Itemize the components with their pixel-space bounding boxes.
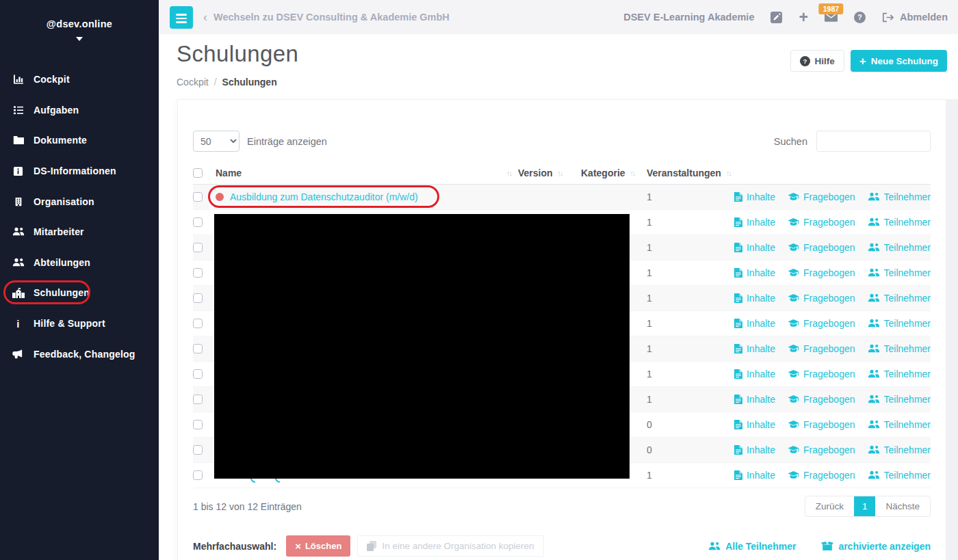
scrollbar-track[interactable] [946,99,958,560]
plus-icon[interactable]: + [799,10,807,25]
fragebogen-link[interactable]: Fragebogen [788,267,855,278]
inhalte-link[interactable]: Inhalte [734,191,775,202]
column-kategorie[interactable]: Kategorie ↑↓ [581,168,647,178]
sort-icon[interactable]: ↑↓ [630,169,636,177]
mail-icon[interactable]: 1987 [825,12,838,22]
training-name-link[interactable]: Ausbildung zum Datenschutzauditor (m/w/d… [230,191,418,202]
page-length-select[interactable]: 50 [193,131,240,152]
fragebogen-link[interactable]: Fragebogen [788,318,855,329]
question-icon[interactable]: ? [854,12,866,23]
inhalte-link[interactable]: Inhalte [734,470,775,481]
users-icon [868,420,880,429]
sidebar-item-feedback-changelog[interactable]: Feedback, Changelog [0,338,159,369]
sidebar-item-organisation[interactable]: Organisation [0,186,159,217]
teilnehmer-link[interactable]: Teilnehmer [868,419,931,430]
teilnehmer-link[interactable]: Teilnehmer [868,470,931,481]
fragebogen-link[interactable]: Fragebogen [788,343,855,354]
show-archived-link[interactable]: archivierte anzeigen [821,541,931,552]
teilnehmer-link[interactable]: Teilnehmer [868,343,931,354]
inhalte-link[interactable]: Inhalte [734,419,775,430]
sidebar-item-ds-informationen[interactable]: DS-Informationen [0,156,159,187]
sort-icon[interactable]: ↑↓ [506,169,513,177]
teilnehmer-link[interactable]: Teilnehmer [868,293,931,304]
teilnehmer-link[interactable]: Teilnehmer [868,217,931,228]
sort-icon[interactable]: ↑↓ [726,169,732,177]
fragebogen-link[interactable]: Fragebogen [788,394,855,405]
inhalte-link[interactable]: Inhalte [734,444,775,455]
teilnehmer-link[interactable]: Teilnehmer [868,369,931,379]
users-icon [868,395,880,404]
edit-square-icon[interactable] [771,12,782,23]
column-name[interactable]: Name ↑↓ [216,168,518,178]
row-checkbox[interactable] [193,445,203,455]
inhalte-link[interactable]: Inhalte [734,394,775,405]
info-icon: i [12,318,25,330]
list-check-icon [12,105,25,116]
inhalte-link[interactable]: Inhalte [734,267,775,278]
sidebar-item-hilfe-support[interactable]: iHilfe & Support [0,308,159,339]
row-checkbox[interactable] [193,369,203,379]
column-veranstaltungen[interactable]: Veranstaltungen ↑↓ [647,168,736,178]
teilnehmer-link[interactable]: Teilnehmer [868,394,931,405]
inhalte-link[interactable]: Inhalte [734,343,775,354]
teilnehmer-link[interactable]: Teilnehmer [868,318,931,329]
inhalte-link[interactable]: Inhalte [734,318,775,329]
row-checkbox[interactable] [193,420,203,429]
fragebogen-link[interactable]: Fragebogen [788,293,855,304]
row-checkbox[interactable] [193,268,203,278]
teilnehmer-link[interactable]: Teilnehmer [868,191,931,202]
sidebar-item-abteilungen[interactable]: Abteilungen [0,248,159,278]
fragebogen-link[interactable]: Fragebogen [788,444,855,455]
teilnehmer-link[interactable]: Teilnehmer [868,267,931,278]
fragebogen-link[interactable]: Fragebogen [788,470,855,481]
topbar: ‹ Wechseln zu DSEV Consulting & Akademie… [159,0,958,34]
inhalte-link[interactable]: Inhalte [734,369,775,379]
row-checkbox[interactable] [193,395,203,404]
pagination-prev[interactable]: Zurück [805,496,854,516]
delete-button[interactable]: × Löschen [286,535,350,557]
fragebogen-link[interactable]: Fragebogen [788,369,855,379]
row-checkbox[interactable] [193,217,203,227]
help-button[interactable]: ? Hilfe [790,50,844,72]
sidebar-item-schulungen[interactable]: Schulungen [0,278,159,308]
sidebar-item-label: Abteilungen [34,257,90,268]
inhalte-link[interactable]: Inhalte [734,217,775,228]
file-icon [734,243,742,252]
inhalte-link[interactable]: Inhalte [734,242,775,253]
row-checkbox[interactable] [193,243,203,252]
account-menu[interactable]: @dsev.online [0,18,159,29]
breadcrumb-cockpit[interactable]: Cockpit [177,77,209,88]
select-all-checkbox[interactable] [193,168,203,178]
sidebar-item-aufgaben[interactable]: Aufgaben [0,95,159,126]
sidebar-nav: CockpitAufgabenDokumenteDS-Informationen… [0,64,159,369]
menu-toggle-button[interactable] [170,6,193,29]
logout-button[interactable]: Abmelden [882,12,948,23]
sidebar: @dsev.online CockpitAufgabenDokumenteDS-… [0,0,159,560]
search-input[interactable] [816,131,931,152]
row-checkbox[interactable] [193,192,203,202]
row-checkbox[interactable] [193,344,203,354]
teilnehmer-link[interactable]: Teilnehmer [868,242,931,253]
fragebogen-link[interactable]: Fragebogen [788,191,855,202]
row-checkbox[interactable] [193,319,203,328]
sidebar-item-label: Organisation [34,196,94,207]
teilnehmer-link[interactable]: Teilnehmer [868,444,931,455]
column-version[interactable]: Version ↑↓ [518,168,581,178]
fragebogen-link[interactable]: Fragebogen [788,217,855,228]
fragebogen-link[interactable]: Fragebogen [788,242,855,253]
sidebar-item-cockpit[interactable]: Cockpit [0,64,159,95]
file-icon [734,369,742,379]
all-participants-link[interactable]: Alle Teilnehmer [708,541,796,552]
sort-icon[interactable]: ↑↓ [558,169,564,177]
copy-to-organisation-button[interactable]: In eine andere Organisation kopieren [357,535,543,557]
switch-organisation-link[interactable]: ‹ Wechseln zu DSEV Consulting & Akademie… [203,11,450,23]
pagination-next[interactable]: Nächste [875,496,930,516]
row-checkbox[interactable] [193,470,203,480]
new-training-button[interactable]: + Neue Schulung [851,50,947,72]
fragebogen-link[interactable]: Fragebogen [788,419,855,430]
sidebar-item-dokumente[interactable]: Dokumente [0,125,159,156]
pagination-page-1[interactable]: 1 [854,496,876,516]
inhalte-link[interactable]: Inhalte [734,293,775,304]
row-checkbox[interactable] [193,293,203,303]
sidebar-item-mitarbeiter[interactable]: Mitarbeiter [0,217,159,248]
